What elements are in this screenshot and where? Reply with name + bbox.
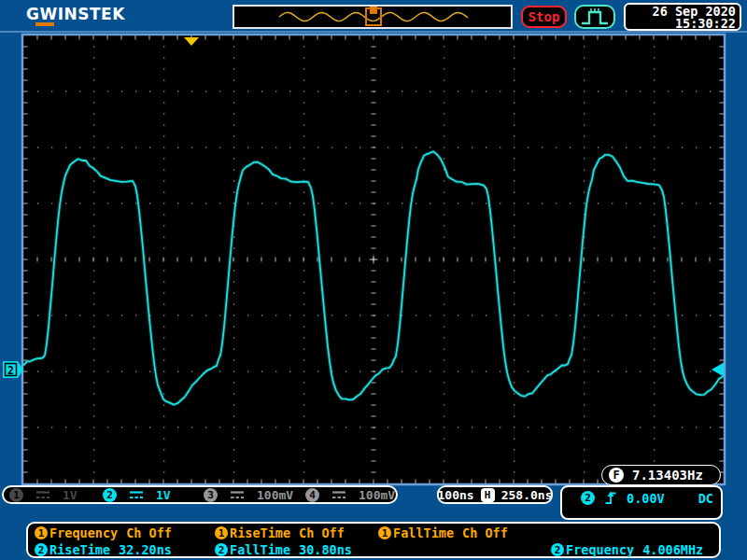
measurement-value: Ch Off [299,525,345,540]
measurement-name: Frequency [49,525,118,540]
horizontal-position: 258.0ns [501,488,553,502]
channel-1-badge: 1 [378,526,391,539]
measurement-name: RiseTime [49,542,110,557]
channel-1-badge: 1 [9,488,23,502]
channel-3-badge: 3 [204,488,218,502]
dc-coupling-icon [35,490,50,500]
channel-3-scale: 100mV [257,488,293,502]
channel-1-settings[interactable]: 1 1V [9,487,78,502]
measurement-name: FallTime [393,525,454,540]
measurements-panel: 1 Frequency Ch Off 1 RiseTime Ch Off 1 F… [26,522,721,558]
channel-2-settings[interactable]: 2 1V [103,487,171,502]
channel-2-badge: 2 [103,488,117,502]
trigger-level: 0.00V [627,491,665,506]
measurement-item[interactable]: 2 FallTime 30.80ns [215,542,352,557]
measurement-item[interactable]: 2 RiseTime 32.20ns [35,542,172,557]
dc-coupling-icon [129,490,144,500]
channel-2-badge: 2 [35,543,48,556]
horizontal-settings[interactable]: 100ns H 258.0ns [437,485,553,504]
measurement-item[interactable]: 1 FallTime Ch Off [378,525,508,540]
frequency-counter: F 7.13403Hz [601,465,721,485]
dc-coupling-icon [230,490,245,500]
dc-coupling-icon [331,490,346,500]
measurement-value: 30.80ns [299,542,352,557]
timebase-scale: 100ns [438,488,474,502]
rising-edge-icon [604,490,617,506]
channel-4-settings[interactable]: 4 100mV [305,487,395,502]
channel-2-position-marker-label: 2 [7,364,14,377]
channel-4-scale: 100mV [359,488,395,502]
horizontal-icon: H [481,488,495,502]
measurement-item[interactable]: 1 RiseTime Ch Off [215,525,345,540]
channel-4-badge: 4 [305,488,319,502]
measurement-value: 4.006MHz [642,542,703,557]
channel-3-settings[interactable]: 3 100mV [204,487,293,502]
channel-2-badge: 2 [215,543,228,556]
frequency-counter-value: 7.13403Hz [632,468,703,483]
measurement-value: Ch Off [126,525,172,540]
channel-1-badge: 1 [215,526,228,539]
channel-2-scale: 1V [156,488,171,502]
measurement-item[interactable]: 2 Frequency 4.006MHz [551,542,703,557]
measurement-name: FallTime [230,542,290,557]
measurement-value: 32.20ns [119,542,172,557]
measurement-value: Ch Off [462,525,508,540]
channel-2-badge: 2 [551,543,564,556]
measurement-item[interactable]: 1 Frequency Ch Off [35,525,172,540]
trigger-coupling: DC [698,491,713,506]
channel-1-scale: 1V [63,488,78,502]
trigger-source-badge: 2 [581,491,595,505]
trigger-status[interactable]: 2 0.00V DC [560,485,723,520]
channel-1-badge: 1 [35,526,48,539]
measurement-name: RiseTime [230,525,290,540]
measurement-name: Frequency [566,542,634,557]
frequency-counter-icon: F [609,468,624,483]
channel-settings-bar: 1 1V 2 1V 3 100mV 4 100mV [2,485,398,504]
